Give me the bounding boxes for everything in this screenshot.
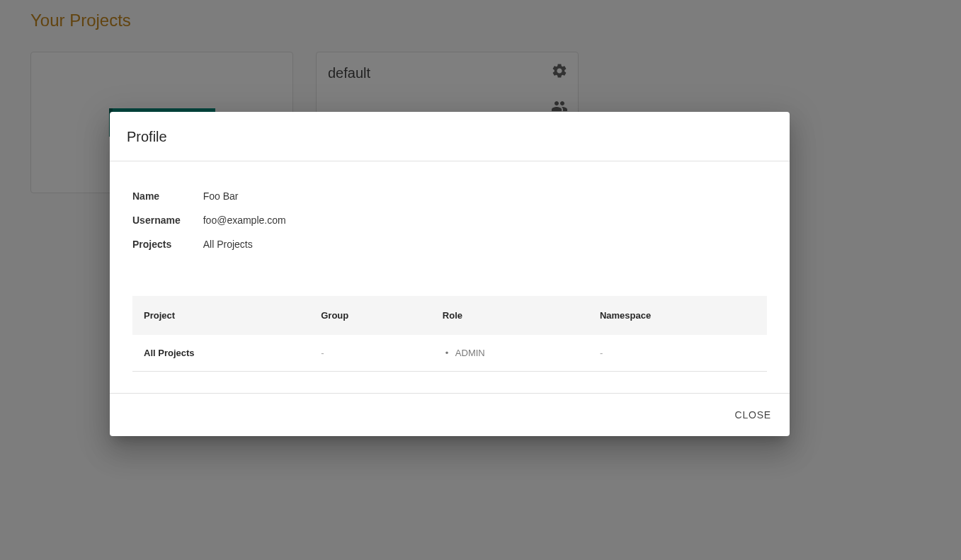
dialog-header: Profile	[110, 112, 790, 161]
profile-info-table: Name Foo Bar Username foo@example.com Pr…	[132, 184, 286, 256]
cell-namespace: -	[588, 335, 767, 372]
info-name-label: Name	[132, 184, 203, 208]
dialog-title: Profile	[127, 129, 773, 145]
cell-project: All Projects	[132, 335, 309, 372]
role-item: ADMIN	[443, 348, 577, 358]
col-project: Project	[132, 296, 309, 335]
info-projects-label: Projects	[132, 232, 203, 256]
roles-table: Project Group Role Namespace All Project…	[132, 296, 767, 372]
table-header-row: Project Group Role Namespace	[132, 296, 767, 335]
info-username-value: foo@example.com	[203, 208, 286, 232]
info-projects-value: All Projects	[203, 232, 286, 256]
profile-dialog: Profile Name Foo Bar Username foo@exampl…	[110, 112, 790, 436]
cell-group: -	[309, 335, 431, 372]
dialog-footer: CLOSE	[110, 393, 790, 436]
cell-role: ADMIN	[431, 335, 588, 372]
col-role: Role	[431, 296, 588, 335]
info-username-label: Username	[132, 208, 203, 232]
table-row: All Projects - ADMIN -	[132, 335, 767, 372]
col-namespace: Namespace	[588, 296, 767, 335]
info-name-value: Foo Bar	[203, 184, 286, 208]
close-button[interactable]: CLOSE	[728, 402, 778, 428]
col-group: Group	[309, 296, 431, 335]
dialog-body: Name Foo Bar Username foo@example.com Pr…	[110, 161, 790, 393]
